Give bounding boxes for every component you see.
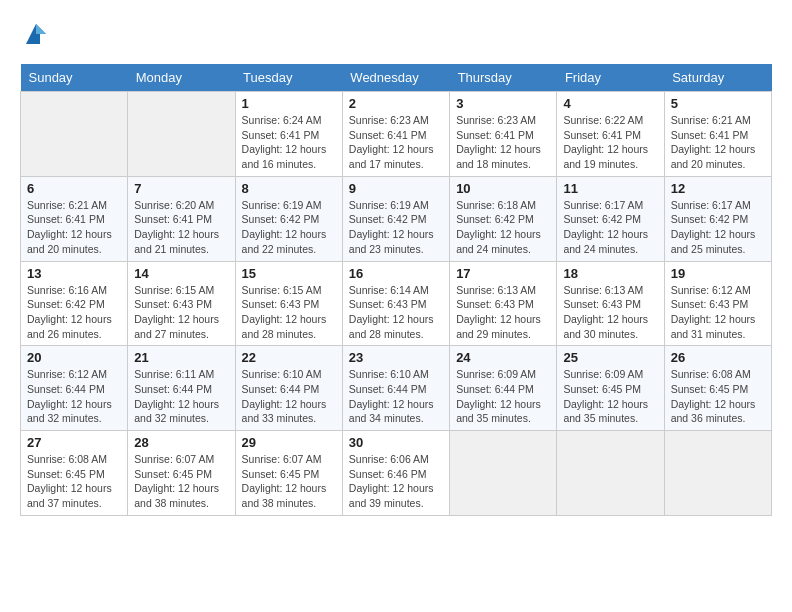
day-info: Sunrise: 6:09 AM Sunset: 6:45 PM Dayligh…: [563, 367, 657, 426]
day-header-sunday: Sunday: [21, 64, 128, 92]
day-number: 26: [671, 350, 765, 365]
day-number: 7: [134, 181, 228, 196]
calendar-cell: 29Sunrise: 6:07 AM Sunset: 6:45 PM Dayli…: [235, 431, 342, 516]
calendar-cell: 5Sunrise: 6:21 AM Sunset: 6:41 PM Daylig…: [664, 92, 771, 177]
day-header-monday: Monday: [128, 64, 235, 92]
day-number: 23: [349, 350, 443, 365]
day-info: Sunrise: 6:16 AM Sunset: 6:42 PM Dayligh…: [27, 283, 121, 342]
day-info: Sunrise: 6:21 AM Sunset: 6:41 PM Dayligh…: [671, 113, 765, 172]
calendar-cell: 16Sunrise: 6:14 AM Sunset: 6:43 PM Dayli…: [342, 261, 449, 346]
day-info: Sunrise: 6:21 AM Sunset: 6:41 PM Dayligh…: [27, 198, 121, 257]
day-info: Sunrise: 6:15 AM Sunset: 6:43 PM Dayligh…: [242, 283, 336, 342]
day-header-friday: Friday: [557, 64, 664, 92]
calendar-cell: 13Sunrise: 6:16 AM Sunset: 6:42 PM Dayli…: [21, 261, 128, 346]
day-number: 21: [134, 350, 228, 365]
day-info: Sunrise: 6:09 AM Sunset: 6:44 PM Dayligh…: [456, 367, 550, 426]
day-number: 15: [242, 266, 336, 281]
calendar-cell: 15Sunrise: 6:15 AM Sunset: 6:43 PM Dayli…: [235, 261, 342, 346]
calendar-cell: 25Sunrise: 6:09 AM Sunset: 6:45 PM Dayli…: [557, 346, 664, 431]
calendar-cell: 6Sunrise: 6:21 AM Sunset: 6:41 PM Daylig…: [21, 176, 128, 261]
day-number: 9: [349, 181, 443, 196]
day-number: 25: [563, 350, 657, 365]
day-number: 22: [242, 350, 336, 365]
calendar-cell: 22Sunrise: 6:10 AM Sunset: 6:44 PM Dayli…: [235, 346, 342, 431]
calendar-cell: [664, 431, 771, 516]
day-number: 1: [242, 96, 336, 111]
day-number: 2: [349, 96, 443, 111]
calendar-week-row: 6Sunrise: 6:21 AM Sunset: 6:41 PM Daylig…: [21, 176, 772, 261]
day-info: Sunrise: 6:24 AM Sunset: 6:41 PM Dayligh…: [242, 113, 336, 172]
logo-icon: [22, 20, 50, 48]
day-info: Sunrise: 6:23 AM Sunset: 6:41 PM Dayligh…: [456, 113, 550, 172]
calendar-cell: 23Sunrise: 6:10 AM Sunset: 6:44 PM Dayli…: [342, 346, 449, 431]
calendar-cell: 3Sunrise: 6:23 AM Sunset: 6:41 PM Daylig…: [450, 92, 557, 177]
day-info: Sunrise: 6:19 AM Sunset: 6:42 PM Dayligh…: [242, 198, 336, 257]
day-info: Sunrise: 6:12 AM Sunset: 6:44 PM Dayligh…: [27, 367, 121, 426]
day-info: Sunrise: 6:10 AM Sunset: 6:44 PM Dayligh…: [349, 367, 443, 426]
day-number: 5: [671, 96, 765, 111]
calendar-cell: 2Sunrise: 6:23 AM Sunset: 6:41 PM Daylig…: [342, 92, 449, 177]
day-header-tuesday: Tuesday: [235, 64, 342, 92]
calendar-week-row: 20Sunrise: 6:12 AM Sunset: 6:44 PM Dayli…: [21, 346, 772, 431]
day-info: Sunrise: 6:07 AM Sunset: 6:45 PM Dayligh…: [134, 452, 228, 511]
calendar-cell: 4Sunrise: 6:22 AM Sunset: 6:41 PM Daylig…: [557, 92, 664, 177]
calendar-cell: 24Sunrise: 6:09 AM Sunset: 6:44 PM Dayli…: [450, 346, 557, 431]
calendar-cell: 17Sunrise: 6:13 AM Sunset: 6:43 PM Dayli…: [450, 261, 557, 346]
calendar-week-row: 1Sunrise: 6:24 AM Sunset: 6:41 PM Daylig…: [21, 92, 772, 177]
day-number: 28: [134, 435, 228, 450]
calendar-cell: [128, 92, 235, 177]
calendar-cell: 18Sunrise: 6:13 AM Sunset: 6:43 PM Dayli…: [557, 261, 664, 346]
day-header-saturday: Saturday: [664, 64, 771, 92]
day-number: 19: [671, 266, 765, 281]
day-number: 27: [27, 435, 121, 450]
day-info: Sunrise: 6:23 AM Sunset: 6:41 PM Dayligh…: [349, 113, 443, 172]
calendar-week-row: 13Sunrise: 6:16 AM Sunset: 6:42 PM Dayli…: [21, 261, 772, 346]
day-number: 24: [456, 350, 550, 365]
calendar-cell: 8Sunrise: 6:19 AM Sunset: 6:42 PM Daylig…: [235, 176, 342, 261]
day-info: Sunrise: 6:15 AM Sunset: 6:43 PM Dayligh…: [134, 283, 228, 342]
day-info: Sunrise: 6:07 AM Sunset: 6:45 PM Dayligh…: [242, 452, 336, 511]
day-info: Sunrise: 6:17 AM Sunset: 6:42 PM Dayligh…: [671, 198, 765, 257]
day-number: 3: [456, 96, 550, 111]
calendar-week-row: 27Sunrise: 6:08 AM Sunset: 6:45 PM Dayli…: [21, 431, 772, 516]
day-number: 4: [563, 96, 657, 111]
day-number: 6: [27, 181, 121, 196]
day-number: 11: [563, 181, 657, 196]
day-number: 29: [242, 435, 336, 450]
calendar-cell: 20Sunrise: 6:12 AM Sunset: 6:44 PM Dayli…: [21, 346, 128, 431]
calendar-cell: 10Sunrise: 6:18 AM Sunset: 6:42 PM Dayli…: [450, 176, 557, 261]
calendar-cell: 27Sunrise: 6:08 AM Sunset: 6:45 PM Dayli…: [21, 431, 128, 516]
calendar-cell: 28Sunrise: 6:07 AM Sunset: 6:45 PM Dayli…: [128, 431, 235, 516]
day-number: 16: [349, 266, 443, 281]
calendar-cell: 12Sunrise: 6:17 AM Sunset: 6:42 PM Dayli…: [664, 176, 771, 261]
day-info: Sunrise: 6:17 AM Sunset: 6:42 PM Dayligh…: [563, 198, 657, 257]
calendar-cell: 26Sunrise: 6:08 AM Sunset: 6:45 PM Dayli…: [664, 346, 771, 431]
day-number: 18: [563, 266, 657, 281]
day-info: Sunrise: 6:14 AM Sunset: 6:43 PM Dayligh…: [349, 283, 443, 342]
day-info: Sunrise: 6:13 AM Sunset: 6:43 PM Dayligh…: [563, 283, 657, 342]
calendar-cell: [557, 431, 664, 516]
calendar-cell: [450, 431, 557, 516]
day-number: 12: [671, 181, 765, 196]
day-info: Sunrise: 6:08 AM Sunset: 6:45 PM Dayligh…: [671, 367, 765, 426]
day-number: 20: [27, 350, 121, 365]
page-header: [20, 20, 772, 48]
day-number: 10: [456, 181, 550, 196]
day-info: Sunrise: 6:20 AM Sunset: 6:41 PM Dayligh…: [134, 198, 228, 257]
day-info: Sunrise: 6:18 AM Sunset: 6:42 PM Dayligh…: [456, 198, 550, 257]
day-number: 17: [456, 266, 550, 281]
calendar-cell: 7Sunrise: 6:20 AM Sunset: 6:41 PM Daylig…: [128, 176, 235, 261]
day-number: 30: [349, 435, 443, 450]
calendar-cell: 1Sunrise: 6:24 AM Sunset: 6:41 PM Daylig…: [235, 92, 342, 177]
day-header-wednesday: Wednesday: [342, 64, 449, 92]
calendar-cell: 9Sunrise: 6:19 AM Sunset: 6:42 PM Daylig…: [342, 176, 449, 261]
calendar-cell: 14Sunrise: 6:15 AM Sunset: 6:43 PM Dayli…: [128, 261, 235, 346]
calendar-cell: 30Sunrise: 6:06 AM Sunset: 6:46 PM Dayli…: [342, 431, 449, 516]
logo: [20, 20, 50, 48]
day-info: Sunrise: 6:08 AM Sunset: 6:45 PM Dayligh…: [27, 452, 121, 511]
day-number: 8: [242, 181, 336, 196]
day-info: Sunrise: 6:22 AM Sunset: 6:41 PM Dayligh…: [563, 113, 657, 172]
svg-marker-1: [36, 24, 46, 34]
calendar-cell: [21, 92, 128, 177]
day-info: Sunrise: 6:06 AM Sunset: 6:46 PM Dayligh…: [349, 452, 443, 511]
